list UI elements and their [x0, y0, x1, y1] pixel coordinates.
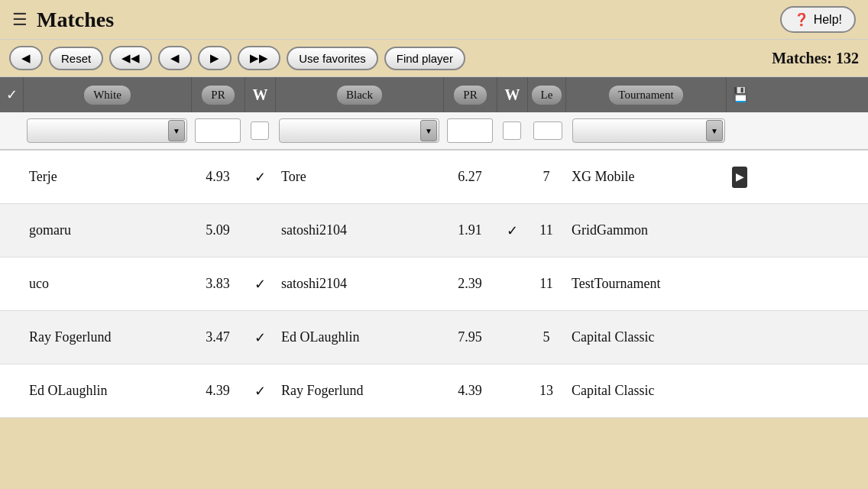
pr-white-0: 4.93	[191, 169, 245, 185]
white-player-2: uco	[23, 276, 191, 292]
w-white-column-header[interactable]: W	[245, 77, 275, 112]
black-player-1: satoshi2104	[275, 222, 443, 238]
rewind-button[interactable]: ◀◀	[109, 46, 152, 70]
w-white-header-label: W	[253, 86, 268, 104]
pr-black-4: 4.39	[443, 383, 497, 399]
tournament-dropdown-arrow[interactable]: ▼	[706, 120, 723, 141]
pr-black-2: 2.39	[443, 276, 497, 292]
toolbar: ◀ Reset ◀◀ ◀ ▶ ▶▶ Use favorites Find pla…	[0, 40, 868, 77]
tournament-4: Capital Classic	[565, 383, 726, 399]
black-player-4: Ray Fogerlund	[275, 383, 443, 399]
w-black-column-header[interactable]: W	[497, 77, 527, 112]
filter-row: ▼ ▼ ▼	[0, 112, 868, 151]
matches-count: Matches: 132	[772, 50, 859, 67]
tournament-3: Capital Classic	[565, 329, 726, 345]
page-title: Matches	[37, 8, 114, 32]
use-favorites-button[interactable]: Use favorites	[287, 47, 378, 70]
pr-white-2: 3.83	[191, 276, 245, 292]
data-rows: Terje 4.93 ✓ Tore 6.27 7 XG Mobile ▶ gom…	[0, 151, 868, 418]
table-row[interactable]: Terje 4.93 ✓ Tore 6.27 7 XG Mobile ▶	[0, 151, 868, 204]
pr-white-header-pill: PR	[202, 86, 234, 105]
w-black-1: ✓	[497, 222, 527, 239]
white-player-1: gomaru	[23, 222, 191, 238]
fast-forward-button[interactable]: ▶▶	[238, 46, 280, 70]
black-filter-dropdown[interactable]: ▼	[279, 118, 439, 143]
table-row[interactable]: Ray Fogerlund 3.47 ✓ Ed OLaughlin 7.95 5…	[0, 311, 868, 364]
action-0[interactable]: ▶	[726, 167, 753, 188]
header-left: ☰ Matches	[12, 8, 114, 32]
pr-black-header-pill: PR	[454, 86, 486, 105]
tournament-0: XG Mobile	[565, 169, 726, 185]
black-player-0: Tore	[275, 169, 443, 185]
pr-black-filter[interactable]	[447, 118, 493, 143]
pr-white-3: 3.47	[191, 329, 245, 345]
black-player-3: Ed OLaughlin	[275, 329, 443, 345]
black-header-pill: Black	[337, 86, 382, 105]
help-icon: ❓	[794, 12, 809, 27]
le-3: 5	[527, 329, 565, 345]
le-filter-checkbox[interactable]	[533, 121, 562, 140]
w-black-header-label: W	[505, 86, 520, 104]
menu-icon[interactable]: ☰	[12, 10, 28, 30]
header: ☰ Matches ❓ Help!	[0, 0, 868, 40]
save-icon: 💾	[732, 86, 749, 103]
back-button[interactable]: ◀	[9, 46, 43, 70]
le-header-pill: Le	[532, 86, 562, 105]
w-white-0: ✓	[245, 169, 275, 186]
tournament-2: TestTournament	[565, 276, 726, 292]
pr-black-column-header[interactable]: PR	[443, 77, 497, 112]
black-player-2: satoshi2104	[275, 276, 443, 292]
tournament-header-pill: Tournament	[609, 86, 682, 105]
play-icon[interactable]: ▶	[732, 167, 747, 188]
le-column-header[interactable]: Le	[527, 77, 565, 112]
w-white-2: ✓	[245, 276, 275, 293]
table-row[interactable]: Ed OLaughlin 4.39 ✓ Ray Fogerlund 4.39 1…	[0, 364, 868, 418]
white-dropdown-arrow[interactable]: ▼	[168, 120, 185, 141]
w-white-3: ✓	[245, 329, 275, 346]
white-filter-dropdown[interactable]: ▼	[27, 118, 187, 143]
table-row[interactable]: uco 3.83 ✓ satoshi2104 2.39 11 TestTourn…	[0, 257, 868, 311]
column-header-row: ✓ White PR W Black PR W Le Tournament 💾	[0, 77, 868, 112]
next-button[interactable]: ▶	[198, 46, 232, 70]
pr-white-1: 5.09	[191, 222, 245, 238]
w-white-filter-checkbox[interactable]	[251, 121, 269, 140]
pr-black-3: 7.95	[443, 329, 497, 345]
tournament-filter-dropdown[interactable]: ▼	[572, 118, 725, 143]
black-column-header[interactable]: Black	[275, 77, 443, 112]
find-player-button[interactable]: Find player	[384, 47, 465, 70]
pr-black-0: 6.27	[443, 169, 497, 185]
help-button[interactable]: ❓ Help!	[780, 6, 856, 33]
pr-white-filter[interactable]	[195, 118, 241, 143]
action-column-header: 💾	[726, 77, 753, 112]
white-player-0: Terje	[23, 169, 191, 185]
black-dropdown-arrow[interactable]: ▼	[420, 120, 437, 141]
pr-black-1: 1.91	[443, 222, 497, 238]
tournament-column-header[interactable]: Tournament	[565, 77, 726, 112]
tournament-1: GridGammon	[565, 222, 726, 238]
reset-button[interactable]: Reset	[49, 47, 103, 70]
pr-white-4: 4.39	[191, 383, 245, 399]
w-black-filter-checkbox[interactable]	[503, 121, 521, 140]
le-1: 11	[527, 222, 565, 238]
table-row[interactable]: gomaru 5.09 satoshi2104 1.91 ✓ 11 GridGa…	[0, 204, 868, 257]
prev-button[interactable]: ◀	[158, 46, 192, 70]
white-player-3: Ray Fogerlund	[23, 329, 191, 345]
check-all-header[interactable]: ✓	[0, 77, 23, 112]
white-player-4: Ed OLaughlin	[23, 383, 191, 399]
le-2: 11	[527, 276, 565, 292]
w-white-4: ✓	[245, 383, 275, 400]
white-header-pill: White	[84, 86, 131, 105]
le-4: 13	[527, 383, 565, 399]
pr-white-column-header[interactable]: PR	[191, 77, 245, 112]
white-column-header[interactable]: White	[23, 77, 191, 112]
le-0: 7	[527, 169, 565, 185]
